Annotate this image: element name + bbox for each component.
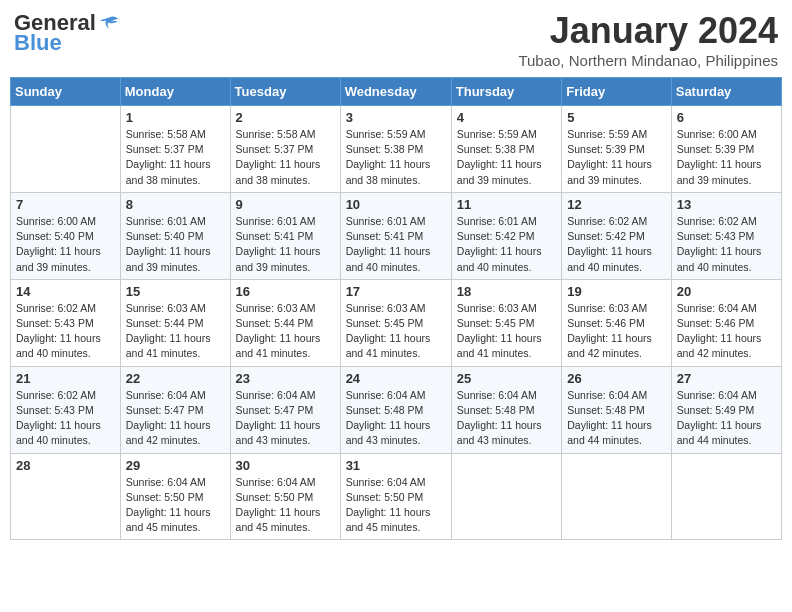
day-number: 29 (126, 458, 225, 473)
day-number: 27 (677, 371, 776, 386)
day-info: Sunrise: 6:03 AMSunset: 5:45 PMDaylight:… (457, 301, 556, 362)
calendar-header-row: Sunday Monday Tuesday Wednesday Thursday… (11, 78, 782, 106)
day-info: Sunrise: 6:04 AMSunset: 5:48 PMDaylight:… (346, 388, 446, 449)
day-info: Sunrise: 6:04 AMSunset: 5:48 PMDaylight:… (457, 388, 556, 449)
day-info: Sunrise: 5:59 AMSunset: 5:38 PMDaylight:… (346, 127, 446, 188)
day-info: Sunrise: 6:04 AMSunset: 5:50 PMDaylight:… (236, 475, 335, 536)
day-info: Sunrise: 5:59 AMSunset: 5:39 PMDaylight:… (567, 127, 666, 188)
day-info: Sunrise: 6:02 AMSunset: 5:43 PMDaylight:… (677, 214, 776, 275)
calendar-cell: 2Sunrise: 5:58 AMSunset: 5:37 PMDaylight… (230, 106, 340, 193)
day-number: 31 (346, 458, 446, 473)
col-saturday: Saturday (671, 78, 781, 106)
calendar-cell: 30Sunrise: 6:04 AMSunset: 5:50 PMDayligh… (230, 453, 340, 540)
logo-blue-text: Blue (14, 30, 62, 56)
day-number: 17 (346, 284, 446, 299)
calendar-cell: 18Sunrise: 6:03 AMSunset: 5:45 PMDayligh… (451, 279, 561, 366)
calendar-cell: 25Sunrise: 6:04 AMSunset: 5:48 PMDayligh… (451, 366, 561, 453)
calendar-cell: 17Sunrise: 6:03 AMSunset: 5:45 PMDayligh… (340, 279, 451, 366)
calendar-cell: 15Sunrise: 6:03 AMSunset: 5:44 PMDayligh… (120, 279, 230, 366)
day-number: 3 (346, 110, 446, 125)
logo: General Blue (14, 10, 120, 56)
calendar-week-row: 7Sunrise: 6:00 AMSunset: 5:40 PMDaylight… (11, 192, 782, 279)
day-number: 23 (236, 371, 335, 386)
calendar-cell: 5Sunrise: 5:59 AMSunset: 5:39 PMDaylight… (562, 106, 672, 193)
day-info: Sunrise: 6:01 AMSunset: 5:42 PMDaylight:… (457, 214, 556, 275)
day-number: 15 (126, 284, 225, 299)
calendar-cell: 4Sunrise: 5:59 AMSunset: 5:38 PMDaylight… (451, 106, 561, 193)
day-info: Sunrise: 6:02 AMSunset: 5:43 PMDaylight:… (16, 301, 115, 362)
calendar-cell: 28 (11, 453, 121, 540)
calendar-cell: 20Sunrise: 6:04 AMSunset: 5:46 PMDayligh… (671, 279, 781, 366)
day-number: 11 (457, 197, 556, 212)
col-sunday: Sunday (11, 78, 121, 106)
day-info: Sunrise: 6:00 AMSunset: 5:39 PMDaylight:… (677, 127, 776, 188)
day-number: 14 (16, 284, 115, 299)
calendar-cell: 1Sunrise: 5:58 AMSunset: 5:37 PMDaylight… (120, 106, 230, 193)
day-number: 5 (567, 110, 666, 125)
month-title: January 2024 (518, 10, 778, 52)
day-info: Sunrise: 6:04 AMSunset: 5:47 PMDaylight:… (236, 388, 335, 449)
calendar-cell (11, 106, 121, 193)
calendar-cell: 11Sunrise: 6:01 AMSunset: 5:42 PMDayligh… (451, 192, 561, 279)
calendar-week-row: 1Sunrise: 5:58 AMSunset: 5:37 PMDaylight… (11, 106, 782, 193)
day-info: Sunrise: 6:02 AMSunset: 5:42 PMDaylight:… (567, 214, 666, 275)
day-number: 18 (457, 284, 556, 299)
calendar-cell: 7Sunrise: 6:00 AMSunset: 5:40 PMDaylight… (11, 192, 121, 279)
day-number: 25 (457, 371, 556, 386)
col-friday: Friday (562, 78, 672, 106)
col-tuesday: Tuesday (230, 78, 340, 106)
location-title: Tubao, Northern Mindanao, Philippines (518, 52, 778, 69)
day-info: Sunrise: 6:00 AMSunset: 5:40 PMDaylight:… (16, 214, 115, 275)
day-info: Sunrise: 6:04 AMSunset: 5:49 PMDaylight:… (677, 388, 776, 449)
col-wednesday: Wednesday (340, 78, 451, 106)
day-info: Sunrise: 6:01 AMSunset: 5:40 PMDaylight:… (126, 214, 225, 275)
day-info: Sunrise: 5:58 AMSunset: 5:37 PMDaylight:… (236, 127, 335, 188)
day-number: 19 (567, 284, 666, 299)
day-number: 12 (567, 197, 666, 212)
day-number: 8 (126, 197, 225, 212)
col-thursday: Thursday (451, 78, 561, 106)
day-number: 26 (567, 371, 666, 386)
calendar-cell: 3Sunrise: 5:59 AMSunset: 5:38 PMDaylight… (340, 106, 451, 193)
calendar-cell: 9Sunrise: 6:01 AMSunset: 5:41 PMDaylight… (230, 192, 340, 279)
calendar-cell: 19Sunrise: 6:03 AMSunset: 5:46 PMDayligh… (562, 279, 672, 366)
day-info: Sunrise: 6:03 AMSunset: 5:45 PMDaylight:… (346, 301, 446, 362)
calendar-cell: 8Sunrise: 6:01 AMSunset: 5:40 PMDaylight… (120, 192, 230, 279)
calendar-table: Sunday Monday Tuesday Wednesday Thursday… (10, 77, 782, 540)
day-number: 22 (126, 371, 225, 386)
day-number: 10 (346, 197, 446, 212)
calendar-cell: 16Sunrise: 6:03 AMSunset: 5:44 PMDayligh… (230, 279, 340, 366)
day-info: Sunrise: 6:03 AMSunset: 5:46 PMDaylight:… (567, 301, 666, 362)
calendar-cell: 21Sunrise: 6:02 AMSunset: 5:43 PMDayligh… (11, 366, 121, 453)
calendar-cell: 26Sunrise: 6:04 AMSunset: 5:48 PMDayligh… (562, 366, 672, 453)
calendar-week-row: 21Sunrise: 6:02 AMSunset: 5:43 PMDayligh… (11, 366, 782, 453)
day-info: Sunrise: 5:58 AMSunset: 5:37 PMDaylight:… (126, 127, 225, 188)
day-number: 13 (677, 197, 776, 212)
calendar-cell (671, 453, 781, 540)
day-number: 7 (16, 197, 115, 212)
title-block: January 2024 Tubao, Northern Mindanao, P… (518, 10, 778, 69)
calendar-cell: 29Sunrise: 6:04 AMSunset: 5:50 PMDayligh… (120, 453, 230, 540)
page-header: General Blue January 2024 Tubao, Norther… (10, 10, 782, 69)
day-info: Sunrise: 6:01 AMSunset: 5:41 PMDaylight:… (236, 214, 335, 275)
day-number: 9 (236, 197, 335, 212)
day-info: Sunrise: 6:04 AMSunset: 5:46 PMDaylight:… (677, 301, 776, 362)
day-info: Sunrise: 6:02 AMSunset: 5:43 PMDaylight:… (16, 388, 115, 449)
day-number: 21 (16, 371, 115, 386)
calendar-cell: 13Sunrise: 6:02 AMSunset: 5:43 PMDayligh… (671, 192, 781, 279)
calendar-cell: 22Sunrise: 6:04 AMSunset: 5:47 PMDayligh… (120, 366, 230, 453)
day-number: 30 (236, 458, 335, 473)
day-number: 28 (16, 458, 115, 473)
day-info: Sunrise: 5:59 AMSunset: 5:38 PMDaylight:… (457, 127, 556, 188)
day-number: 1 (126, 110, 225, 125)
calendar-cell: 24Sunrise: 6:04 AMSunset: 5:48 PMDayligh… (340, 366, 451, 453)
calendar-cell: 23Sunrise: 6:04 AMSunset: 5:47 PMDayligh… (230, 366, 340, 453)
day-info: Sunrise: 6:04 AMSunset: 5:50 PMDaylight:… (346, 475, 446, 536)
day-number: 20 (677, 284, 776, 299)
calendar-cell (451, 453, 561, 540)
calendar-cell: 31Sunrise: 6:04 AMSunset: 5:50 PMDayligh… (340, 453, 451, 540)
day-number: 16 (236, 284, 335, 299)
calendar-cell: 6Sunrise: 6:00 AMSunset: 5:39 PMDaylight… (671, 106, 781, 193)
day-info: Sunrise: 6:01 AMSunset: 5:41 PMDaylight:… (346, 214, 446, 275)
day-number: 24 (346, 371, 446, 386)
